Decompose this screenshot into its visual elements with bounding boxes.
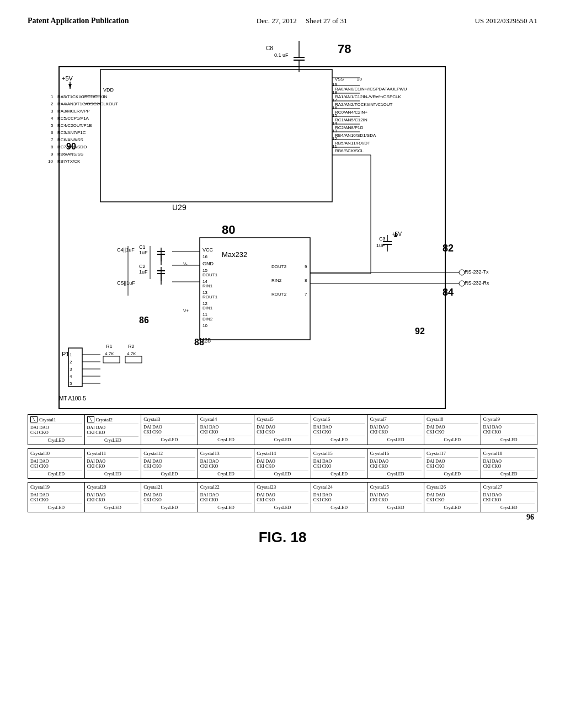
svg-text:RC3/AN7/P1C: RC3/AN7/P1C [57, 130, 86, 135]
svg-text:RB7/TX/CK: RB7/TX/CK [57, 159, 81, 164]
crystal-cell-18: Crystal18 DAI DAO CKI CKO CrysLED [481, 449, 537, 478]
svg-text:7: 7 [51, 137, 54, 142]
crystal-cell-16: Crystal16 DAI DAO CKI CKO CrysLED [367, 449, 424, 478]
svg-text:9: 9 [305, 264, 307, 269]
crystal-cell-7: Crystal7 DAI DAO CKI CKO CrysLED [367, 415, 424, 445]
svg-text:88: 88 [194, 338, 204, 347]
svg-text:4: 4 [51, 116, 54, 121]
svg-text:RC2/AN8/P1D: RC2/AN8/P1D [335, 125, 364, 130]
svg-text:8: 8 [51, 144, 54, 149]
svg-text:12: 12 [332, 136, 337, 141]
header-sheet: Sheet 27 of 31 [306, 17, 347, 25]
svg-text:RC4/C2OUT/P1B: RC4/C2OUT/P1B [57, 123, 92, 128]
header-date: Dec. 27, 2012 [257, 17, 297, 25]
crystal-cell-23: Crystal23 DAI DAO CKI CKO CrysLED [254, 483, 311, 512]
svg-text:14: 14 [332, 121, 337, 126]
svg-text:RC5/CCP1/P1A: RC5/CCP1/P1A [57, 116, 89, 121]
svg-text:R1: R1 [106, 344, 113, 349]
svg-text:1: 1 [70, 352, 72, 357]
svg-text:92: 92 [415, 326, 425, 336]
svg-text:18: 18 [332, 90, 337, 95]
svg-text:4.7K: 4.7K [105, 351, 114, 356]
svg-text:3: 3 [51, 109, 54, 114]
crystal-cell-4: Crystal4 DAI DAO CKI CKO CrysLED [198, 415, 255, 445]
svg-text:RA5/T1CKI/OSC1/CLKIN: RA5/T1CKI/OSC1/CLKIN [57, 94, 107, 99]
svg-text:16: 16 [332, 105, 337, 110]
crystal-cell-6: Crystal6 DAI DAO CKI CKO CrysLED [311, 415, 368, 445]
svg-text:1uF: 1uF [139, 250, 148, 255]
svg-text:1: 1 [51, 94, 54, 99]
header-patent: US 2012/0329550 A1 [475, 17, 537, 25]
svg-text:3: 3 [70, 367, 72, 372]
svg-text:C4||1uF: C4||1uF [117, 247, 135, 253]
svg-text:6: 6 [51, 130, 54, 135]
crystal-row-3: Crystal19 DAI DAO CKI CKO CrysLED Crysta… [28, 482, 537, 512]
svg-text:RC0/AN4/C2IN+: RC0/AN4/C2IN+ [335, 110, 367, 115]
svg-text:15: 15 [332, 113, 337, 118]
crystal-cell-15: Crystal15 DAI DAO CKI CKO CrysLED [311, 449, 368, 478]
svg-text:10: 10 [202, 323, 207, 328]
svg-text:ROUT2: ROUT2 [271, 292, 287, 297]
svg-text:DIN1: DIN1 [202, 306, 213, 311]
svg-text:11: 11 [332, 144, 337, 149]
label-78: 78 [338, 42, 351, 56]
svg-text:C3: C3 [379, 236, 386, 242]
crystal-section: ╲ Crystal1 DAI DAO CKI CKO CrysLED ╲ [28, 414, 537, 512]
schematic-diagram: 78 C8 0.1 uF U29 +5V VDD 1 RA5/T1CKI/OSC… [29, 36, 536, 411]
svg-text:5: 5 [70, 381, 72, 386]
crystal-cell-19: Crystal19 DAI DAO CKI CKO CrysLED [28, 483, 85, 512]
svg-text:5: 5 [51, 123, 54, 128]
svg-rect-135 [125, 356, 142, 363]
header-publication: Patent Application Publication [28, 17, 129, 25]
svg-text:MT A100-5: MT A100-5 [59, 395, 86, 402]
svg-text:2: 2 [51, 101, 54, 106]
svg-text:DIN2: DIN2 [202, 317, 213, 322]
page-header: Patent Application Publication Dec. 27, … [0, 0, 565, 31]
svg-text:VCC: VCC [202, 247, 214, 253]
svg-text:VDD: VDD [103, 87, 114, 93]
crystal-cell-3: Crystal3 DAI DAO CKI CKO CrysLED [141, 415, 198, 445]
crystal-cell-24: Crystal24 DAI DAO CKI CKO CrysLED [311, 483, 368, 512]
svg-text:84: 84 [443, 287, 454, 298]
svg-text:VSS: VSS [335, 77, 344, 82]
svg-text:RC1/AN5/C12IN: RC1/AN5/C12IN [335, 117, 367, 122]
svg-text:Max232: Max232 [222, 250, 247, 259]
crystal-cell-22: Crystal22 DAI DAO CKI CKO CrysLED [198, 483, 255, 512]
svg-text:C2: C2 [139, 264, 146, 269]
svg-text:17: 17 [332, 98, 337, 103]
figure-label: FIG. 18 [28, 529, 537, 546]
svg-text:V-: V- [183, 261, 188, 266]
svg-rect-132 [103, 356, 120, 363]
svg-text:4.7K: 4.7K [127, 351, 136, 356]
crystal-cell-17: Crystal17 DAI DAO CKI CKO CrysLED [424, 449, 481, 478]
svg-text:GND: GND [202, 261, 214, 266]
svg-text:1uF: 1uF [376, 243, 385, 248]
svg-text:4: 4 [70, 374, 72, 379]
svg-text:90: 90 [66, 142, 76, 151]
crystal-cell-21: Crystal21 DAI DAO CKI CKO CrysLED [141, 483, 198, 512]
svg-text:C1: C1 [139, 244, 146, 250]
svg-text:2: 2 [70, 360, 72, 365]
svg-text:+5V: +5V [62, 75, 73, 82]
svg-text:RB6/ANS/SS: RB6/ANS/SS [57, 152, 83, 157]
svg-text:DOUT2: DOUT2 [271, 264, 287, 269]
svg-text:CS||1uF: CS||1uF [117, 280, 135, 286]
crystal-cell-27: Crystal27 DAI DAO CKI CKO CrysLED 96 [481, 483, 537, 512]
crystal-cell-8: Crystal8 DAI DAO CKI CKO CrysLED [424, 415, 481, 445]
svg-text:RS-232-Tx: RS-232-Tx [465, 269, 489, 275]
crystal-cell-10: Crystal10 DAI DAO CKI CKO CrysLED [28, 449, 85, 478]
svg-text:RB5/AN11/RX/DT: RB5/AN11/RX/DT [335, 141, 370, 146]
svg-text:80: 80 [222, 223, 235, 237]
svg-text:7: 7 [305, 292, 307, 297]
svg-text:10: 10 [48, 159, 53, 164]
svg-text:1uF: 1uF [139, 269, 148, 275]
crystal-cell-1: ╲ Crystal1 DAI DAO CKI CKO CrysLED [28, 415, 85, 445]
svg-text:RIN2: RIN2 [271, 278, 282, 283]
svg-text:20: 20 [357, 77, 362, 82]
svg-text:86: 86 [139, 315, 149, 325]
svg-text:DOUT1: DOUT1 [202, 272, 218, 277]
crystal-cell-12: Crystal12 DAI DAO CKI CKO CrysLED [141, 449, 198, 478]
svg-text:RA2/AN2/TOCKI/INT/C1OUT: RA2/AN2/TOCKI/INT/C1OUT [335, 102, 392, 107]
crystal-row-1: ╲ Crystal1 DAI DAO CKI CKO CrysLED ╲ [28, 414, 537, 445]
svg-text:RA3/MCLR/VPP: RA3/MCLR/VPP [57, 109, 90, 114]
